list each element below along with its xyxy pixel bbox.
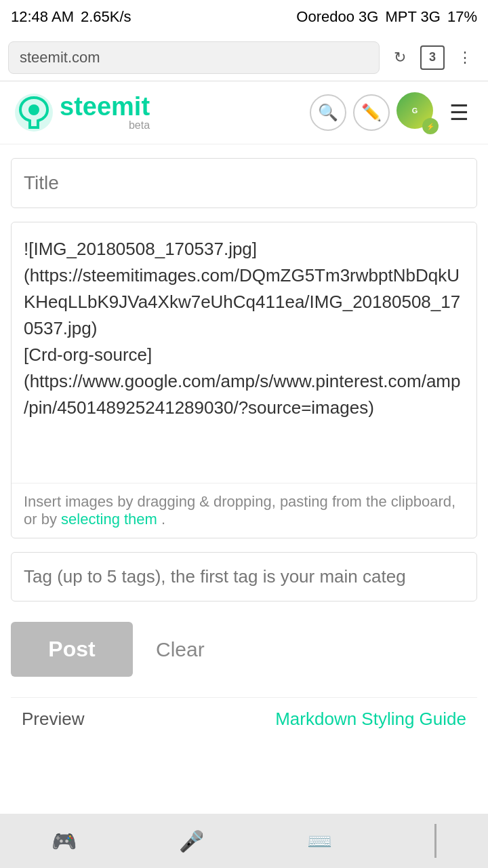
preview-label[interactable]: Preview — [22, 709, 84, 730]
search-icon: 🔍 — [318, 103, 338, 122]
edit-button[interactable]: ✏️ — [353, 94, 390, 131]
microphone-icon: 🎤 — [179, 829, 204, 853]
browser-bar: steemit.com ↻ 3 ⋮ — [0, 34, 488, 81]
power-badge: ⚡ — [422, 118, 439, 134]
keyboard-icon[interactable]: ⌨️ — [307, 829, 332, 853]
carrier1: Ooredoo 3G — [296, 8, 378, 26]
status-bar: 12:48 AM 2.65K/s Ooredoo 3G MPT 3G 17% — [0, 0, 488, 34]
bottom-bar: 🎮 🎤 ⌨️ — [0, 814, 488, 868]
network-speed: 2.65K/s — [81, 8, 131, 26]
image-hint-end: . — [161, 511, 165, 528]
content-textarea[interactable]: ![IMG_20180508_170537.jpg](https://steem… — [12, 222, 476, 480]
steemit-logo-icon — [14, 92, 54, 133]
menu-button[interactable]: ☰ — [444, 97, 474, 128]
logo-text-area: steemit beta — [60, 94, 150, 132]
search-button[interactable]: 🔍 — [310, 94, 346, 131]
action-buttons: Post Clear — [11, 622, 477, 677]
logo-area: steemit beta — [14, 92, 302, 133]
site-header: steemit beta 🔍 ✏️ G ⚡ ☰ — [0, 81, 488, 144]
main-content: ![IMG_20180508_170537.jpg](https://steem… — [0, 144, 488, 743]
post-button[interactable]: Post — [11, 622, 133, 677]
gamepad-icon: 🎮 — [52, 829, 77, 853]
markdown-styling-guide-link[interactable]: Markdown Styling Guide — [275, 709, 466, 730]
footer-area: Preview Markdown Styling Guide — [11, 697, 477, 730]
user-avatar[interactable]: G ⚡ — [396, 92, 437, 133]
tab-count[interactable]: 3 — [420, 45, 445, 70]
edit-icon: ✏️ — [361, 103, 382, 122]
logo-text: steemit — [60, 94, 150, 119]
header-icons: 🔍 ✏️ G ⚡ ☰ — [310, 92, 474, 133]
select-images-link[interactable]: selecting them — [61, 511, 157, 528]
battery: 17% — [447, 8, 477, 26]
url-text: steemit.com — [20, 49, 100, 66]
svg-point-1 — [28, 104, 39, 115]
title-input[interactable] — [11, 158, 477, 208]
url-bar[interactable]: steemit.com — [8, 41, 380, 74]
refresh-icon[interactable]: ↻ — [385, 43, 415, 73]
tags-input[interactable] — [11, 552, 477, 601]
carrier2: MPT 3G — [385, 8, 441, 26]
bottom-divider — [434, 824, 436, 858]
more-options-icon[interactable]: ⋮ — [450, 43, 480, 73]
editor-container: ![IMG_20180508_170537.jpg](https://steem… — [11, 222, 477, 538]
beta-label: beta — [60, 119, 150, 132]
image-hint: Insert images by dragging & dropping, pa… — [12, 483, 476, 538]
time: 12:48 AM — [11, 8, 74, 26]
clear-button[interactable]: Clear — [149, 631, 211, 668]
